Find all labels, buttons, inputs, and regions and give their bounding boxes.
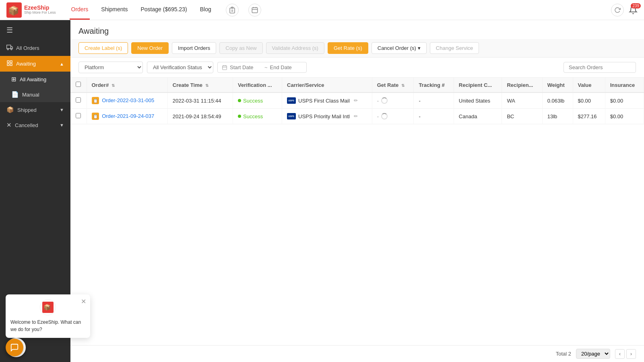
page-navigation: ‹ ›	[615, 349, 636, 359]
platform-filter[interactable]: Platform	[78, 62, 143, 73]
value-header[interactable]: Value	[573, 78, 605, 93]
row1-state: WA	[502, 93, 542, 109]
row2-select[interactable]	[70, 109, 87, 124]
row2-status-label: Success	[243, 113, 263, 119]
start-date-input[interactable]	[230, 64, 262, 70]
row1-get-rate: -	[372, 93, 414, 109]
row1-value: $0.00	[573, 93, 605, 109]
sidebar-item-all-orders[interactable]: All Orders	[0, 40, 70, 56]
change-service-button[interactable]: Change Service	[430, 42, 479, 54]
select-all-checkbox[interactable]	[76, 82, 81, 87]
sidebar-hamburger[interactable]: ☰	[0, 20, 70, 40]
table-row: 📋 Order-2021-09-24-037 2021-09-24 18:54:…	[70, 109, 644, 124]
svg-rect-3	[230, 8, 235, 13]
row2-order-link[interactable]: Order-2021-09-24-037	[102, 113, 154, 119]
row1-create-time: 2022-03-31 11:15:44	[167, 93, 233, 109]
tracking-header[interactable]: Tracking #	[414, 78, 454, 93]
cancel-order-chevron: ▾	[418, 45, 421, 51]
end-date-input[interactable]	[270, 64, 302, 70]
weight-header[interactable]: Weight	[542, 78, 573, 93]
main-layout: ☰ All Orders Awaiting ▲ ⊞ All Awaiting 📄…	[0, 20, 644, 362]
svg-rect-18	[223, 66, 227, 70]
row2-checkbox[interactable]	[76, 113, 81, 118]
toolbar: Create Label (s) New Order Import Orders…	[70, 39, 644, 58]
row2-state: BC	[502, 109, 542, 124]
table-body: 📋 Order-2022-03-31-005 2022-03-31 11:15:…	[70, 93, 644, 124]
sidebar-item-all-awaiting[interactable]: ⊞ All Awaiting	[0, 72, 70, 87]
page-title: Awaiting	[70, 20, 644, 39]
row2-get-rate: -	[372, 109, 414, 124]
new-order-button[interactable]: New Order	[131, 42, 169, 54]
row1-order-link[interactable]: Order-2022-03-31-005	[102, 97, 154, 103]
nav-shipments[interactable]: Shipments	[99, 0, 129, 20]
row1-checkbox[interactable]	[76, 97, 81, 103]
orders-table: Order# ⇅ Create Time ⇅ Verification ... …	[70, 78, 644, 124]
rate-sort-icon: ⇅	[401, 83, 405, 88]
get-rate-button[interactable]: Get Rate (s)	[328, 42, 368, 54]
calendar-icon	[222, 65, 227, 70]
cancelled-chevron: ▼	[60, 123, 64, 128]
table-footer: Total 2 20/page ‹ ›	[70, 345, 644, 362]
nav-right-controls: 239	[611, 4, 638, 16]
chat-fab-icon	[10, 343, 19, 352]
row1-weight: 0.063lb	[542, 93, 573, 109]
verification-filter[interactable]: All Verification Status	[147, 62, 213, 73]
row1-insurance: $0.00	[605, 93, 644, 109]
get-rate-header[interactable]: Get Rate ⇅	[372, 78, 414, 93]
sidebar-item-shipped[interactable]: 📦 Shipped ▼	[0, 102, 70, 117]
total-count: Total 2	[556, 351, 571, 357]
all-orders-icon	[6, 44, 13, 52]
carrier-header[interactable]: Carrier/Service	[282, 78, 372, 93]
import-orders-button[interactable]: Import Orders	[172, 42, 216, 54]
nav-orders[interactable]: Orders	[70, 0, 90, 20]
svg-rect-14	[7, 61, 9, 63]
row2-carrier-name: USPS Priority Mail Intl	[298, 113, 350, 119]
create-time-header[interactable]: Create Time ⇅	[167, 78, 233, 93]
sidebar-item-awaiting[interactable]: Awaiting ▲	[0, 56, 70, 72]
row1-tracking: -	[414, 93, 454, 109]
nav-blog[interactable]: Blog	[198, 0, 213, 20]
awaiting-chevron: ▲	[60, 62, 64, 66]
all-awaiting-icon: ⊞	[11, 76, 17, 83]
next-page-button[interactable]: ›	[626, 349, 636, 359]
chat-widget: ✕ 📦 Welcome to EzeeShip. What can we do …	[6, 294, 90, 338]
refresh-icon[interactable]	[611, 4, 624, 16]
notification-bell[interactable]: 239	[629, 6, 638, 14]
table-row: 📋 Order-2022-03-31-005 2022-03-31 11:15:…	[70, 93, 644, 109]
row2-country: Canada	[454, 109, 502, 124]
prev-page-button[interactable]: ‹	[615, 349, 625, 359]
row1-country: United States	[454, 93, 502, 109]
nav-clipboard-icon[interactable]	[226, 4, 239, 16]
awaiting-icon	[6, 60, 13, 68]
per-page-select[interactable]: 20/page	[576, 349, 610, 359]
svg-marker-11	[11, 46, 13, 48]
row1-status-dot	[238, 99, 241, 102]
cancel-order-button[interactable]: Cancel Order (s) ▾	[372, 42, 427, 54]
sidebar-item-cancelled[interactable]: ✕ Cancelled ▼	[0, 117, 70, 133]
search-orders-input[interactable]	[564, 62, 636, 73]
logo-name: EzeeShip	[24, 5, 56, 11]
insurance-header[interactable]: Insurance	[605, 78, 644, 93]
logo[interactable]: 📦 EzeeShip Ship More For Less	[6, 2, 56, 18]
notification-count: 239	[631, 3, 641, 8]
row2-edit-icon[interactable]: ✏	[354, 113, 358, 119]
verification-header[interactable]: Verification ...	[233, 78, 282, 93]
chat-fab-button[interactable]	[6, 339, 23, 356]
select-all-header[interactable]	[70, 78, 87, 93]
sidebar-all-orders-label: All Orders	[16, 45, 39, 51]
svg-point-13	[11, 49, 12, 50]
shipped-icon: 📦	[6, 106, 14, 113]
date-range-filter[interactable]: ~	[217, 62, 307, 73]
row1-order-id: 📋 Order-2022-03-31-005	[87, 93, 167, 109]
chat-close-button[interactable]: ✕	[81, 298, 86, 305]
row1-select[interactable]	[70, 93, 87, 109]
nav-postage[interactable]: Postage ($695.23)	[139, 0, 188, 20]
chat-logo: 📦	[10, 299, 85, 315]
create-label-button[interactable]: Create Label (s)	[78, 42, 128, 54]
recipient-state-header[interactable]: Recipien...	[502, 78, 542, 93]
sidebar-item-manual[interactable]: 📄 Manual	[0, 87, 70, 102]
recipient-country-header[interactable]: Recipient C...	[454, 78, 502, 93]
nav-calendar-icon[interactable]	[248, 4, 261, 16]
row1-edit-icon[interactable]: ✏	[354, 98, 358, 103]
order-num-header[interactable]: Order# ⇅	[87, 78, 167, 93]
